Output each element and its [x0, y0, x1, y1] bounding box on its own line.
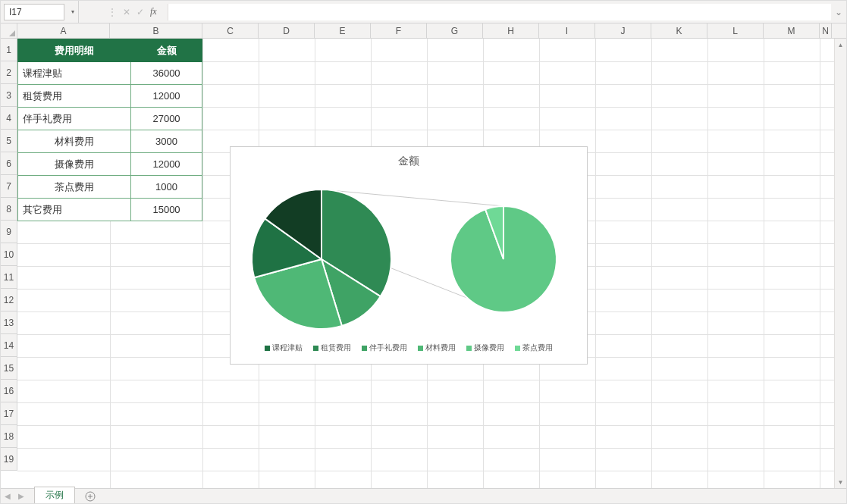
row-header[interactable]: 3: [1, 84, 17, 107]
th-amount[interactable]: 金额: [131, 39, 202, 62]
col-header-E[interactable]: E: [315, 23, 371, 38]
legend-label: 课程津贴: [272, 343, 303, 353]
cells[interactable]: 费用明细 金额 课程津贴36000 租赁费用12000 伴手礼费用27000 材…: [17, 39, 846, 490]
expense-table: 费用明细 金额 课程津贴36000 租赁费用12000 伴手礼费用27000 材…: [17, 39, 202, 221]
cell-label[interactable]: 其它费用: [18, 199, 131, 221]
excel-window: I17 ▾ ⋮ ✕ ✓ fx ⌄ A B C D E F G H I J K L…: [0, 0, 847, 504]
row-header[interactable]: 10: [1, 243, 17, 266]
row-header[interactable]: 12: [1, 289, 17, 311]
row-header[interactable]: 4: [1, 107, 17, 130]
legend-label: 摄像费用: [474, 343, 504, 353]
row-header[interactable]: 2: [1, 61, 17, 84]
col-header-N[interactable]: N: [820, 23, 832, 38]
legend-item: 伴手礼费用: [362, 343, 407, 353]
namebox-wrap: I17 ▾: [1, 1, 79, 23]
column-header-row: A B C D E F G H I J K L M N: [1, 23, 846, 39]
col-header-M[interactable]: M: [764, 23, 820, 38]
row-header[interactable]: 14: [1, 334, 17, 357]
tab-nav-first-icon[interactable]: ◀: [1, 492, 14, 500]
table-row: 伴手礼费用27000: [18, 108, 202, 130]
legend-item: 茶点费用: [515, 343, 553, 353]
pie-of-pie-chart[interactable]: 金额 课程津贴 租赁费用 伴手礼费用 材料费用 摄像费用 茶点费用: [230, 146, 588, 365]
row-header[interactable]: 11: [1, 266, 17, 289]
row-header[interactable]: 7: [1, 175, 17, 198]
row-header[interactable]: 8: [1, 198, 17, 221]
chart-legend: 课程津贴 租赁费用 伴手礼费用 材料费用 摄像费用 茶点费用: [231, 343, 587, 353]
row-header[interactable]: 15: [1, 357, 17, 380]
legend-label: 材料费用: [425, 343, 456, 353]
table-row: 茶点费用1000: [18, 176, 202, 199]
add-sheet-button[interactable]: [83, 489, 98, 504]
row-header[interactable]: 16: [1, 380, 17, 402]
cell-label[interactable]: 伴手礼费用: [18, 108, 131, 130]
confirm-icon[interactable]: ✓: [136, 7, 144, 17]
scroll-up-icon[interactable]: ▲: [835, 39, 846, 51]
th-detail[interactable]: 费用明细: [18, 39, 131, 62]
col-header-B[interactable]: B: [110, 23, 202, 38]
cell-value[interactable]: 12000: [131, 153, 202, 176]
legend-item: 租赁费用: [313, 343, 351, 353]
legend-swatch: [515, 346, 520, 351]
legend-item: 材料费用: [418, 343, 456, 353]
legend-label: 伴手礼费用: [369, 343, 407, 353]
name-box-dropdown-icon[interactable]: ▾: [67, 4, 78, 20]
formula-input[interactable]: [168, 4, 831, 20]
col-header-L[interactable]: L: [707, 23, 764, 38]
cell-value[interactable]: 27000: [131, 108, 202, 130]
plus-circle-icon: [85, 491, 96, 502]
scroll-down-icon[interactable]: ▼: [835, 476, 846, 488]
row-header[interactable]: 18: [1, 425, 17, 448]
row-header[interactable]: 9: [1, 221, 17, 243]
legend-swatch: [265, 346, 270, 351]
sheet-tab-active[interactable]: 示例: [34, 487, 75, 505]
row-header[interactable]: 13: [1, 311, 17, 334]
cell-value[interactable]: 36000: [131, 62, 202, 85]
name-box[interactable]: I17: [4, 4, 64, 20]
row-header[interactable]: 19: [1, 448, 17, 471]
horizontal-scrollbar[interactable]: [128, 491, 831, 502]
col-header-H[interactable]: H: [483, 23, 539, 38]
row-header[interactable]: 6: [1, 152, 17, 175]
cell-label[interactable]: 材料费用: [18, 130, 131, 153]
legend-swatch: [362, 346, 367, 351]
col-header-F[interactable]: F: [371, 23, 427, 38]
col-header-A[interactable]: A: [17, 23, 110, 38]
row-header[interactable]: 5: [1, 130, 17, 152]
cell-value[interactable]: 1000: [131, 176, 202, 199]
cell-value[interactable]: 3000: [131, 130, 202, 153]
col-header-J[interactable]: J: [595, 23, 651, 38]
cell-value[interactable]: 15000: [131, 199, 202, 221]
formula-bar-row: I17 ▾ ⋮ ✕ ✓ fx ⌄: [1, 1, 846, 23]
cell-value[interactable]: 12000: [131, 85, 202, 108]
formula-bar-expand-icon[interactable]: ⌄: [831, 7, 846, 17]
col-header-D[interactable]: D: [259, 23, 315, 38]
table-row: 课程津贴36000: [18, 62, 202, 85]
fx-icon[interactable]: fx: [150, 6, 162, 17]
formula-edit-buttons: ⋮ ✕ ✓ fx: [102, 6, 168, 17]
cell-label[interactable]: 租赁费用: [18, 85, 131, 108]
legend-swatch: [466, 346, 472, 351]
col-header-C[interactable]: C: [202, 23, 259, 38]
cancel-icon[interactable]: ✕: [123, 7, 130, 17]
col-header-K[interactable]: K: [651, 23, 707, 38]
col-header-G[interactable]: G: [427, 23, 483, 38]
row-header-col: 1 2 3 4 5 6 7 8 9 10 11 12 13 14 15 16 1…: [1, 39, 17, 471]
cell-label[interactable]: 课程津贴: [18, 62, 131, 85]
tab-nav-last-icon[interactable]: ▶: [14, 492, 28, 500]
row-header[interactable]: 17: [1, 402, 17, 425]
grid-area[interactable]: 1 2 3 4 5 6 7 8 9 10 11 12 13 14 15 16 1…: [1, 39, 846, 490]
legend-swatch: [418, 346, 423, 351]
legend-label: 租赁费用: [321, 343, 351, 353]
cell-label[interactable]: 摄像费用: [18, 153, 131, 176]
row-header[interactable]: 1: [1, 39, 17, 61]
vertical-scrollbar[interactable]: ▲ ▼: [834, 39, 846, 488]
chart-title: 金额: [231, 155, 587, 168]
table-row: 其它费用15000: [18, 199, 202, 221]
col-header-I[interactable]: I: [539, 23, 595, 38]
table-row: 租赁费用12000: [18, 85, 202, 108]
cell-label[interactable]: 茶点费用: [18, 176, 131, 199]
legend-item: 摄像费用: [466, 343, 504, 353]
table-row: 摄像费用12000: [18, 153, 202, 176]
select-all-corner[interactable]: [1, 23, 17, 38]
table-row: 材料费用3000: [18, 130, 202, 153]
